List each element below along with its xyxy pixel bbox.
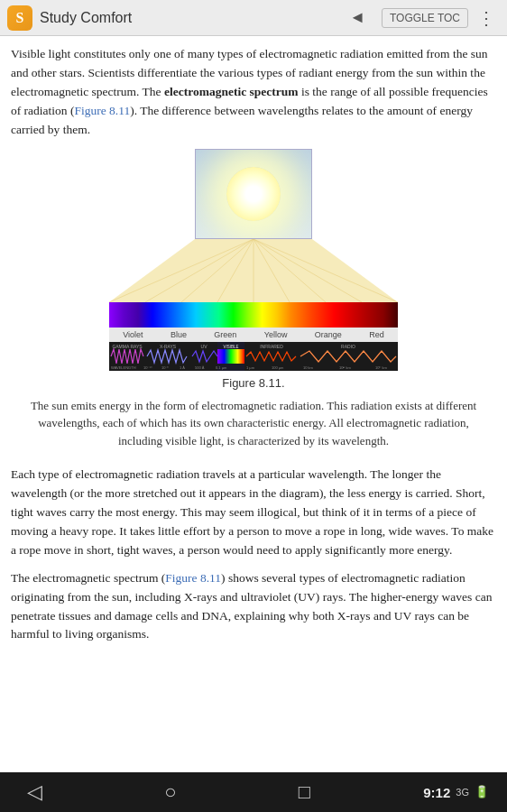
svg-text:X-RAYS: X-RAYS — [160, 344, 177, 349]
label-green: Green — [214, 330, 236, 339]
svg-text:10⁻¹⁰: 10⁻¹⁰ — [143, 365, 152, 370]
more-options-button[interactable]: ⋮ — [474, 5, 500, 31]
signal-indicator: 3G — [456, 787, 469, 798]
svg-text:500 Å: 500 Å — [195, 365, 205, 370]
figure-container: Violet Blue Green Yellow Orange Red — [11, 149, 496, 461]
em-spectrum-term: electromagnetic spectrum — [164, 85, 299, 98]
toggle-toc-button[interactable]: TOGGLE TOC — [382, 8, 468, 28]
label-orange: Orange — [315, 330, 342, 339]
spectrum-color-bar — [109, 302, 398, 328]
svg-text:10⁻⁸: 10⁻⁸ — [161, 365, 169, 370]
svg-text:GAMMA RAYS: GAMMA RAYS — [112, 344, 143, 349]
svg-text:1 Å: 1 Å — [180, 365, 185, 370]
svg-text:INFRARED: INFRARED — [260, 344, 283, 349]
figure-8-11-link-2[interactable]: Figure 8.11 — [165, 571, 221, 585]
wavelength-bar: GAMMA RAYS X-RAYS UV VISIBLE INFRARED RA… — [109, 342, 398, 371]
figure-caption: Figure 8.11. — [222, 376, 284, 390]
battery-icon: 🔋 — [475, 785, 489, 799]
paragraph-2: Each type of electromagnetic radiation t… — [11, 466, 496, 560]
app-title: Study Comfort — [40, 10, 342, 26]
svg-text:1 µm: 1 µm — [246, 365, 255, 370]
status-bar: 9:12 3G 🔋 — [423, 785, 489, 800]
app-logo: S — [7, 5, 32, 31]
rays-svg — [109, 239, 398, 302]
label-red: Red — [369, 330, 384, 339]
top-bar: S Study Comfort ◄ TOGGLE TOC ⋮ — [0, 0, 507, 36]
svg-text:0.1 µm: 0.1 µm — [216, 365, 227, 370]
svg-rect-16 — [217, 349, 244, 364]
label-violet: Violet — [123, 330, 143, 339]
back-arrow-button[interactable]: ◄ — [342, 5, 373, 31]
spectrum-image: Violet Blue Green Yellow Orange Red — [109, 149, 398, 371]
paragraph-3-start: The electromagnetic spectrum ( — [11, 571, 165, 585]
content-area: Visible light constitutes only one of ma… — [0, 36, 507, 772]
sun-glow — [226, 167, 281, 221]
svg-text:VISIBLE: VISIBLE — [223, 345, 238, 349]
home-nav-button[interactable]: ○ — [155, 777, 185, 807]
wavelength-svg: GAMMA RAYS X-RAYS UV VISIBLE INFRARED RA… — [109, 342, 398, 371]
spectrum-labels: Violet Blue Green Yellow Orange Red — [109, 328, 398, 342]
label-yellow: Yellow — [264, 330, 288, 339]
recent-apps-button[interactable]: □ — [290, 777, 319, 807]
svg-text:RADIO: RADIO — [341, 344, 355, 349]
back-nav-button[interactable]: ◁ — [18, 777, 51, 807]
svg-text:UV: UV — [201, 344, 208, 349]
svg-text:10 km: 10 km — [303, 365, 314, 370]
svg-text:WAVELENGTH: WAVELENGTH — [111, 365, 136, 370]
figure-8-11-link-1[interactable]: Figure 8.11 — [74, 104, 130, 117]
paragraph-3: The electromagnetic spectrum (Figure 8.1… — [11, 569, 496, 645]
svg-text:10⁸ km: 10⁸ km — [375, 365, 388, 370]
bottom-nav-bar: ◁ ○ □ 9:12 3G 🔋 — [0, 772, 507, 812]
sun-illustration — [195, 149, 312, 239]
label-blue: Blue — [171, 330, 187, 339]
paragraph-1: Visible light constitutes only one of ma… — [11, 45, 496, 140]
svg-text:10⁴ km: 10⁴ km — [339, 365, 352, 370]
rays-area — [109, 239, 398, 302]
svg-text:100 µm: 100 µm — [272, 365, 284, 370]
time-display: 9:12 — [423, 785, 450, 800]
figure-description: The sun emits energy in the form of elec… — [11, 397, 496, 450]
